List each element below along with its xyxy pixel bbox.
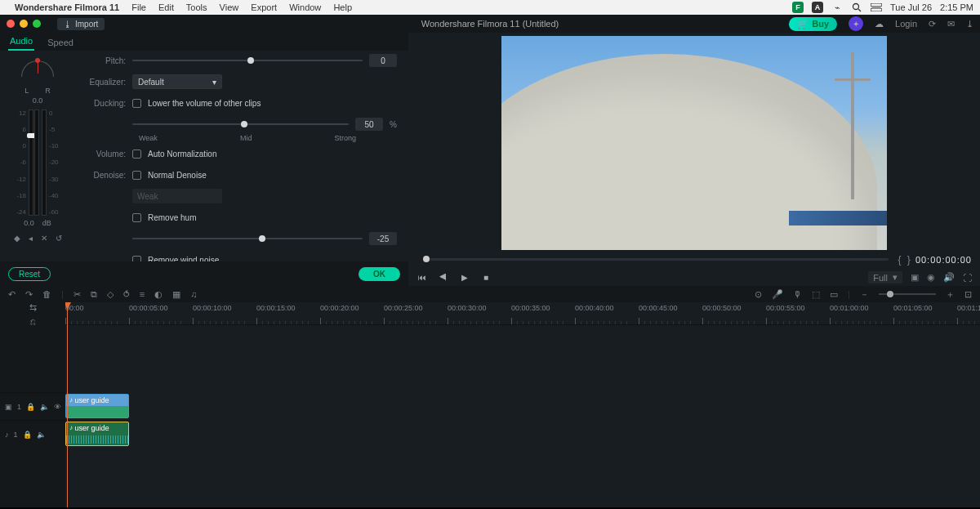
upload-icon[interactable]: ⤓ xyxy=(966,19,973,29)
menu-file[interactable]: File xyxy=(131,2,146,12)
zoom-in-icon[interactable]: ＋ xyxy=(946,288,955,301)
remove-hum-slider[interactable] xyxy=(132,238,363,239)
crop-icon[interactable]: ⧉ xyxy=(91,289,97,300)
tab-audio[interactable]: Audio xyxy=(8,33,34,51)
preview-quality-select[interactable]: Full ▾ xyxy=(868,271,902,284)
menu-window[interactable]: Window xyxy=(289,2,321,12)
login-link[interactable]: Login xyxy=(895,19,917,29)
video-preview[interactable] xyxy=(501,36,887,250)
record-icon[interactable]: ⊙ xyxy=(755,289,762,300)
ducking-checkbox[interactable] xyxy=(132,99,141,108)
menu-left: Wondershare Filmora 11 File Edit Tools V… xyxy=(15,2,362,12)
zoom-out-icon[interactable]: － xyxy=(860,288,869,301)
prev-frame-icon[interactable]: ⏮ xyxy=(416,273,428,282)
control-center-icon[interactable] xyxy=(871,2,882,13)
scrub-bar[interactable] xyxy=(423,258,889,261)
window-controls[interactable] xyxy=(7,20,41,28)
keyframe-add-icon[interactable]: ◆ xyxy=(14,234,20,243)
remove-wind-checkbox[interactable] xyxy=(132,256,141,262)
ducking-value[interactable]: 50 xyxy=(355,118,383,131)
playhead[interactable] xyxy=(67,302,68,507)
audio-clip[interactable]: ♪ user guide xyxy=(65,422,129,446)
color-icon[interactable]: ◐ xyxy=(154,289,163,300)
zoom-window-icon[interactable] xyxy=(33,20,41,28)
pitch-slider[interactable] xyxy=(132,60,363,61)
voiceover-icon[interactable]: 🎙 xyxy=(793,289,802,299)
menu-view[interactable]: View xyxy=(220,2,239,12)
ducking-slider[interactable] xyxy=(132,123,349,125)
video-clip[interactable]: ♪ user guide xyxy=(65,394,129,418)
undo-icon[interactable]: ↶ xyxy=(8,289,16,300)
render-icon[interactable]: ▭ xyxy=(830,289,838,300)
play-icon[interactable]: ▶ xyxy=(459,273,470,282)
mail-icon[interactable]: ✉ xyxy=(947,19,955,29)
cut-icon[interactable]: ✂ xyxy=(74,289,81,300)
zoom-slider[interactable] xyxy=(879,293,936,295)
menu-app-name[interactable]: Wondershare Filmora 11 xyxy=(15,2,119,12)
keyframe-del-icon[interactable]: ✕ xyxy=(41,234,47,243)
menu-export[interactable]: Export xyxy=(251,2,277,12)
equalizer-select[interactable]: Default ▾ xyxy=(132,74,222,89)
tab-speed[interactable]: Speed xyxy=(46,34,75,51)
buy-button[interactable]: 🛒 Buy xyxy=(789,17,837,31)
close-window-icon[interactable] xyxy=(7,20,15,28)
volume-icon[interactable]: 🔊 xyxy=(943,272,955,283)
camera-icon[interactable]: ◉ xyxy=(927,272,935,283)
marker-icon[interactable]: ◇ xyxy=(107,289,114,300)
ruler-label: 00:01:10:00 xyxy=(957,302,980,312)
status-app-icon[interactable]: F xyxy=(792,2,804,13)
delete-icon[interactable]: 🗑 xyxy=(42,289,51,299)
cloud-icon[interactable]: ☁ xyxy=(875,19,884,29)
zoom-fit-icon[interactable]: ⊡ xyxy=(964,289,972,300)
keyframe-reset-icon[interactable]: ↺ xyxy=(56,234,62,243)
normal-denoise-checkbox[interactable] xyxy=(132,171,141,180)
ok-button[interactable]: OK xyxy=(359,267,400,281)
remove-hum-value[interactable]: -25 xyxy=(369,232,397,245)
mixer-icon[interactable]: ⬚ xyxy=(812,289,820,300)
reset-button[interactable]: Reset xyxy=(8,267,51,281)
auto-normalize-checkbox[interactable] xyxy=(132,150,141,159)
lock-icon[interactable]: 🔒 xyxy=(23,431,32,439)
timeline-nav-icon-1[interactable]: ⇆ xyxy=(29,302,37,313)
mic-icon[interactable]: 🎤 xyxy=(772,289,783,300)
bluetooth-icon[interactable]: ⌁ xyxy=(831,2,843,13)
speed-icon[interactable]: ⥀ xyxy=(123,289,130,300)
snapshot-icon[interactable]: ▣ xyxy=(911,272,919,283)
step-back-icon[interactable]: ⯇ xyxy=(438,273,449,282)
denoise-strength-select[interactable]: Weak xyxy=(132,189,222,203)
video-track-head[interactable]: ▣ 1 🔒 🔈 👁 xyxy=(0,392,65,420)
status-a-icon[interactable]: A xyxy=(812,2,823,13)
audio-track-row[interactable]: ♪ user guide xyxy=(65,420,980,448)
audio-mixer-icon[interactable]: ♫ xyxy=(190,289,197,299)
scale-r-4: -30 xyxy=(49,176,59,183)
mute-icon[interactable]: 🔈 xyxy=(40,403,49,411)
timeline-nav-icon-2[interactable]: ⎌ xyxy=(30,316,36,326)
spotlight-icon[interactable] xyxy=(851,2,862,13)
eye-icon[interactable]: 👁 xyxy=(54,403,61,411)
mute-icon[interactable]: 🔈 xyxy=(37,431,46,439)
menubar-date[interactable]: Tue Jul 26 xyxy=(890,2,932,12)
sparkle-icon[interactable]: ✦ xyxy=(849,16,863,31)
menubar-time[interactable]: 2:15 PM xyxy=(940,2,973,12)
stop-icon[interactable]: ■ xyxy=(480,273,492,282)
menu-edit[interactable]: Edit xyxy=(158,2,174,12)
balance-indicator[interactable] xyxy=(21,60,54,85)
green-screen-icon[interactable]: ▦ xyxy=(172,289,180,300)
preview-scrub-row: { } 00:00:00:00 xyxy=(408,250,980,270)
timeline-ruler[interactable]: 00:0000:00:05:0000:00:10:0000:00:15:0000… xyxy=(65,302,980,325)
minimize-window-icon[interactable] xyxy=(20,20,28,28)
adjust-icon[interactable]: ≡ xyxy=(140,289,145,299)
import-button[interactable]: ⭳ Import xyxy=(57,18,105,30)
refresh-icon[interactable]: ⟳ xyxy=(929,19,936,29)
audio-track-head[interactable]: ♪ 1 🔒 🔈 xyxy=(0,420,65,448)
redo-icon[interactable]: ↷ xyxy=(25,289,33,300)
keyframe-prev-icon[interactable]: ◂ xyxy=(29,234,33,243)
lock-icon[interactable]: 🔒 xyxy=(26,403,35,411)
remove-hum-checkbox[interactable] xyxy=(132,213,141,222)
pitch-value[interactable]: 0 xyxy=(369,54,397,67)
fullscreen-icon[interactable]: ⛶ xyxy=(963,273,972,283)
menu-tools[interactable]: Tools xyxy=(186,2,207,12)
menu-help[interactable]: Help xyxy=(333,2,352,12)
video-track-row[interactable]: ♪ user guide xyxy=(65,392,980,420)
vu-fader[interactable] xyxy=(29,109,33,216)
